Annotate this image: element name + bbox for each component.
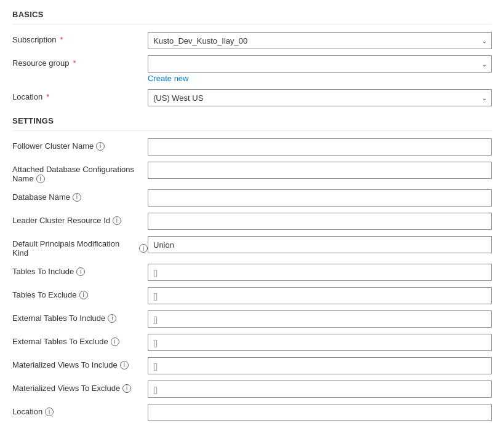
tables-to-include-label: Tables To Include i	[12, 264, 148, 276]
leader-cluster-resource-id-control	[148, 213, 492, 230]
materialized-views-to-include-control	[148, 357, 492, 374]
settings-section: SETTINGS Follower Cluster Name i Attache…	[12, 116, 492, 421]
external-tables-to-include-label: External Tables To Include i	[12, 310, 148, 323]
resource-group-row: Resource group * ⌄ Create new	[12, 55, 492, 83]
subscription-select-wrapper: Kusto_Dev_Kusto_Ilay_00 ⌄	[148, 32, 492, 49]
default-principals-modification-kind-input[interactable]	[148, 236, 492, 253]
basics-section: BASICS Subscription * Kusto_Dev_Kusto_Il…	[12, 10, 492, 106]
materialized-views-to-exclude-input[interactable]	[148, 381, 492, 398]
follower-cluster-name-info-icon[interactable]: i	[96, 142, 105, 151]
attached-db-config-label: Attached Database Configurations Name i	[12, 162, 148, 183]
settings-location-control	[148, 404, 492, 421]
external-tables-to-include-info-icon[interactable]: i	[108, 314, 116, 323]
external-tables-to-exclude-label: External Tables To Exclude i	[12, 334, 148, 346]
settings-location-row: Location i	[12, 404, 492, 421]
subscription-control: Kusto_Dev_Kusto_Ilay_00 ⌄	[148, 32, 492, 49]
leader-cluster-resource-id-info-icon[interactable]: i	[113, 216, 121, 225]
subscription-select[interactable]: Kusto_Dev_Kusto_Ilay_00	[148, 32, 492, 49]
location-select[interactable]: (US) West US	[148, 89, 492, 106]
materialized-views-to-include-input[interactable]	[148, 357, 492, 374]
location-row: Location * (US) West US ⌄	[12, 89, 492, 106]
follower-cluster-name-control	[148, 138, 492, 156]
resource-group-control: ⌄ Create new	[148, 55, 492, 83]
leader-cluster-resource-id-input[interactable]	[148, 213, 492, 230]
location-control: (US) West US ⌄	[148, 89, 492, 106]
tables-to-exclude-label: Tables To Exclude i	[12, 287, 148, 299]
settings-location-label: Location i	[12, 404, 148, 416]
external-tables-to-exclude-input[interactable]	[148, 334, 492, 351]
materialized-views-to-include-info-icon[interactable]: i	[120, 361, 129, 369]
basics-divider	[12, 24, 492, 25]
settings-location-info-icon[interactable]: i	[45, 408, 54, 416]
default-principals-modification-kind-row: Default Principals Modification Kind i	[12, 236, 492, 258]
tables-to-include-info-icon[interactable]: i	[76, 267, 85, 276]
resource-group-required: *	[73, 58, 76, 68]
attached-db-config-row: Attached Database Configurations Name i	[12, 162, 492, 183]
subscription-row: Subscription * Kusto_Dev_Kusto_Ilay_00 ⌄	[12, 32, 492, 49]
tables-to-exclude-row: Tables To Exclude i	[12, 287, 492, 304]
resource-group-select[interactable]	[148, 55, 492, 73]
materialized-views-to-exclude-row: Materialized Views To Exclude i	[12, 381, 492, 398]
location-required: *	[46, 92, 49, 101]
external-tables-to-exclude-info-icon[interactable]: i	[111, 337, 119, 346]
tables-to-include-input[interactable]	[148, 264, 492, 281]
materialized-views-to-include-row: Materialized Views To Include i	[12, 357, 492, 374]
basics-title: BASICS	[12, 10, 492, 19]
database-name-info-icon[interactable]: i	[73, 193, 81, 202]
external-tables-to-include-input[interactable]	[148, 310, 492, 328]
location-label: Location *	[12, 89, 148, 101]
database-name-label: Database Name i	[12, 189, 148, 202]
default-principals-modification-kind-info-icon[interactable]: i	[139, 244, 148, 253]
follower-cluster-name-row: Follower Cluster Name i	[12, 138, 492, 156]
external-tables-to-include-control	[148, 310, 492, 328]
materialized-views-to-exclude-label: Materialized Views To Exclude i	[12, 381, 148, 393]
follower-cluster-name-input[interactable]	[148, 138, 492, 156]
attached-db-config-input[interactable]	[148, 162, 492, 179]
settings-title: SETTINGS	[12, 116, 492, 125]
tables-to-exclude-input[interactable]	[148, 287, 492, 304]
database-name-input[interactable]	[148, 189, 492, 207]
external-tables-to-include-row: External Tables To Include i	[12, 310, 492, 328]
default-principals-modification-kind-control	[148, 236, 492, 253]
external-tables-to-exclude-row: External Tables To Exclude i	[12, 334, 492, 351]
materialized-views-to-exclude-control	[148, 381, 492, 398]
tables-to-include-control	[148, 264, 492, 281]
attached-db-config-control	[148, 162, 492, 179]
leader-cluster-resource-id-label: Leader Cluster Resource Id i	[12, 213, 148, 225]
settings-divider	[12, 130, 492, 131]
resource-group-select-wrapper: ⌄	[148, 55, 492, 73]
leader-cluster-resource-id-row: Leader Cluster Resource Id i	[12, 213, 492, 230]
settings-location-input[interactable]	[148, 404, 492, 421]
tables-to-exclude-control	[148, 287, 492, 304]
location-select-wrapper: (US) West US ⌄	[148, 89, 492, 106]
external-tables-to-exclude-control	[148, 334, 492, 351]
create-new-link[interactable]: Create new	[148, 74, 492, 83]
database-name-row: Database Name i	[12, 189, 492, 207]
attached-db-config-info-icon[interactable]: i	[36, 175, 45, 183]
tables-to-exclude-info-icon[interactable]: i	[79, 291, 88, 299]
tables-to-include-row: Tables To Include i	[12, 264, 492, 281]
default-principals-modification-kind-label: Default Principals Modification Kind i	[12, 236, 148, 258]
materialized-views-to-exclude-info-icon[interactable]: i	[122, 384, 131, 393]
materialized-views-to-include-label: Materialized Views To Include i	[12, 357, 148, 369]
database-name-control	[148, 189, 492, 207]
subscription-label: Subscription *	[12, 32, 148, 44]
follower-cluster-name-label: Follower Cluster Name i	[12, 138, 148, 151]
resource-group-label: Resource group *	[12, 55, 148, 68]
subscription-required: *	[60, 35, 63, 44]
